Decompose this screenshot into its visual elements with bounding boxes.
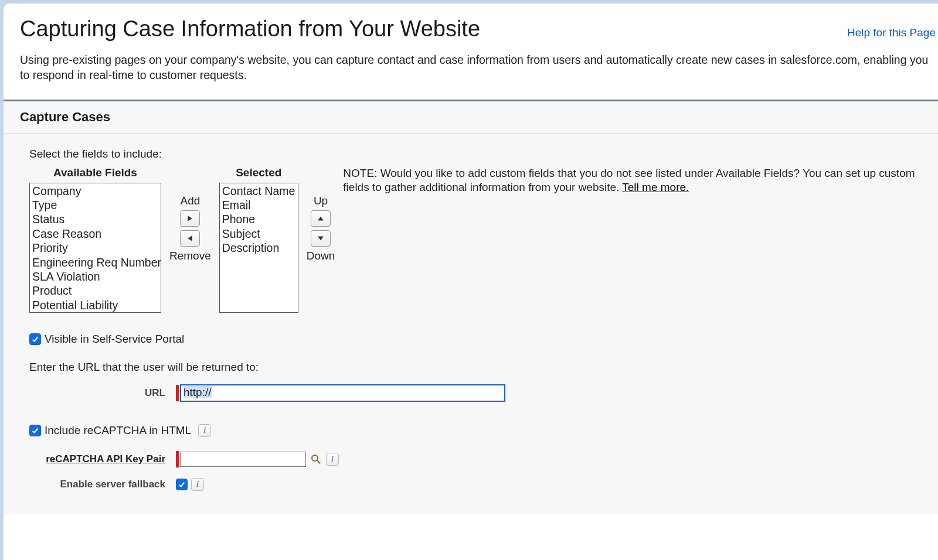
move-down-button[interactable] <box>311 230 331 247</box>
list-item[interactable]: Email <box>221 198 297 212</box>
svg-marker-0 <box>188 216 192 221</box>
list-item[interactable]: Description <box>221 241 297 255</box>
info-icon[interactable]: i <box>326 453 339 466</box>
check-icon <box>178 480 186 489</box>
visible-self-service-label: Visible in Self-Service Portal <box>45 333 184 346</box>
return-url-prompt: Enter the URL that the user will be retu… <box>29 361 922 374</box>
include-recaptcha-label: Include reCAPTCHA in HTML <box>45 424 191 437</box>
recaptcha-key-pair-input[interactable] <box>180 452 306 467</box>
list-item[interactable]: Type <box>31 198 159 212</box>
list-item[interactable]: Potential Liability <box>31 298 159 312</box>
visible-self-service-checkbox[interactable] <box>29 333 41 345</box>
list-item[interactable]: Contact Name <box>221 184 297 198</box>
add-button[interactable] <box>180 210 200 227</box>
lookup-icon[interactable] <box>310 453 322 466</box>
select-fields-prompt: Select the fields to include: <box>29 148 922 161</box>
list-item[interactable]: Engineering Req Number <box>31 255 159 269</box>
list-item[interactable]: Company <box>31 184 159 198</box>
remove-button[interactable] <box>180 230 200 247</box>
remove-label: Remove <box>169 250 211 262</box>
move-up-button[interactable] <box>311 210 331 227</box>
page-title: Capturing Case Information from Your Web… <box>20 16 847 42</box>
list-item[interactable]: SLA Violation <box>31 269 159 284</box>
recaptcha-key-pair-label[interactable]: reCAPTCHA API Key Pair <box>29 453 176 465</box>
available-fields-listbox[interactable]: CompanyTypeStatusCase ReasonPriorityEngi… <box>29 183 161 313</box>
url-label: URL <box>29 387 176 399</box>
svg-point-4 <box>312 455 318 461</box>
check-icon <box>31 335 39 343</box>
triangle-up-icon <box>317 215 324 222</box>
selected-fields-label: Selected <box>219 166 298 179</box>
capture-cases-section: Capture Cases Select the fields to inclu… <box>4 100 938 514</box>
triangle-down-icon <box>317 235 324 242</box>
help-for-page-link[interactable]: Help for this Page <box>847 26 936 39</box>
required-indicator <box>176 451 179 467</box>
magnifier-arrow-icon <box>310 453 322 465</box>
section-title: Capture Cases <box>20 110 938 125</box>
svg-marker-1 <box>188 235 192 241</box>
list-item[interactable]: Case Reason <box>31 227 159 241</box>
list-item[interactable]: Priority <box>31 241 159 255</box>
down-label: Down <box>307 250 335 262</box>
server-fallback-label: Enable server fallback <box>29 479 176 490</box>
tell-me-more-link[interactable]: Tell me more. <box>622 181 689 193</box>
list-item[interactable]: Product <box>31 284 159 298</box>
return-url-input[interactable]: http:// <box>180 384 505 402</box>
check-icon <box>31 426 39 435</box>
info-icon[interactable]: i <box>191 478 204 491</box>
list-item[interactable]: Phone <box>221 212 297 226</box>
selected-fields-listbox[interactable]: Contact NameEmailPhoneSubjectDescription <box>219 183 298 313</box>
custom-fields-note: NOTE: Would you like to add custom field… <box>343 166 922 195</box>
triangle-right-icon <box>186 215 193 222</box>
triangle-left-icon <box>186 235 193 242</box>
svg-marker-2 <box>318 216 324 220</box>
server-fallback-checkbox[interactable] <box>176 479 188 490</box>
info-icon[interactable]: i <box>198 424 211 437</box>
include-recaptcha-checkbox[interactable] <box>29 425 41 436</box>
up-label: Up <box>314 194 328 207</box>
available-fields-label: Available Fields <box>29 166 161 179</box>
svg-marker-3 <box>318 236 324 240</box>
page-intro-text: Using pre-existing pages on your company… <box>4 42 938 100</box>
add-label: Add <box>180 194 200 207</box>
list-item[interactable]: Status <box>31 212 159 226</box>
required-indicator <box>176 385 179 401</box>
list-item[interactable]: Subject <box>221 227 297 241</box>
